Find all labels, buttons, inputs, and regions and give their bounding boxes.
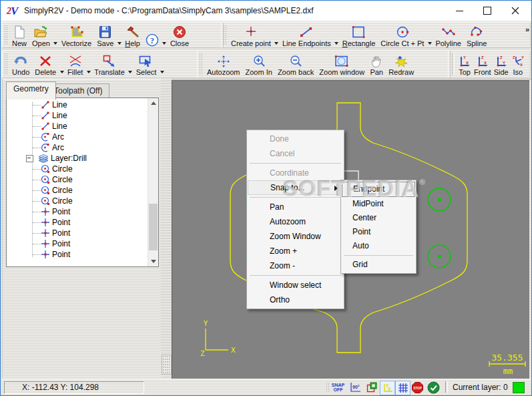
fillet-dropdown[interactable]: [85, 51, 91, 77]
zoom-back-button[interactable]: Zoom back: [275, 51, 316, 77]
polyline-button[interactable]: Polyline: [433, 23, 464, 48]
select-button[interactable]: Select: [134, 51, 160, 77]
iso-view-button[interactable]: ZYX Iso: [510, 51, 526, 77]
circle-ct-pt-button[interactable]: Circle Ct + Pt: [378, 23, 427, 48]
submenu-item-point[interactable]: Point: [342, 225, 415, 239]
axis-display-button[interactable]: YX: [380, 381, 395, 395]
close-button[interactable]: [503, 1, 528, 21]
app-window: { "window": { "title": "SimplyR2V - Demo…: [0, 0, 532, 396]
rectangle-button[interactable]: Rectangle: [340, 23, 378, 48]
settings-button[interactable]: Help: [122, 23, 143, 48]
menu-item-zoom-window[interactable]: Zoom Window: [248, 229, 343, 244]
point-icon: [41, 207, 50, 216]
side-view-icon: ZY: [495, 54, 508, 68]
circle-ct-pt-dropdown[interactable]: [427, 22, 433, 49]
submenu-item-auto[interactable]: Auto: [342, 239, 415, 253]
new-button[interactable]: New: [9, 23, 29, 48]
tab-geometry[interactable]: Geometry: [6, 81, 56, 100]
menu-item-pan[interactable]: Pan: [248, 200, 343, 214]
menu-item-autozoom[interactable]: Autozoom: [248, 214, 343, 229]
minimize-button[interactable]: [447, 1, 472, 21]
menu-item-window-select[interactable]: Window select: [248, 278, 343, 292]
open-button[interactable]: Open: [29, 23, 53, 48]
stop-button[interactable]: STOP: [411, 381, 425, 394]
delete-button[interactable]: Delete: [32, 51, 59, 77]
toolbar-gripper[interactable]: [199, 53, 203, 75]
menu-item-done: Done: [248, 132, 343, 146]
tree-item-point[interactable]: Point: [7, 249, 144, 260]
toolbar-row-2: Undo Delete Fillet Translate Select Auto…: [1, 49, 532, 79]
undo-icon: [13, 54, 29, 68]
translate-dropdown[interactable]: [127, 51, 134, 77]
tree-item-circle[interactable]: Circle: [7, 164, 144, 174]
submenu-item-grid[interactable]: Grid: [342, 258, 415, 272]
ok-button[interactable]: [427, 381, 441, 394]
collapse-toggle[interactable]: [26, 155, 33, 162]
tree-item-point[interactable]: Point: [7, 217, 144, 228]
undo-button[interactable]: Undo: [9, 51, 32, 77]
autozoom-button[interactable]: Autozoom: [204, 51, 243, 77]
angle-90-icon: 90°: [348, 381, 362, 393]
toolbar-gripper[interactable]: [4, 53, 8, 75]
scroll-up-button[interactable]: [148, 98, 158, 108]
tree-scrollbar[interactable]: [148, 98, 158, 266]
pan-button[interactable]: Pan: [367, 51, 386, 77]
open-dropdown[interactable]: [53, 22, 59, 49]
submenu-item-midpoint[interactable]: MidPoint: [342, 197, 415, 211]
menu-item-zoom-minus[interactable]: Zoom -: [248, 258, 343, 273]
zoom-in-button[interactable]: Zoom In: [243, 51, 275, 77]
menu-item-snap-to[interactable]: Snap to...: [248, 180, 343, 195]
delete-dropdown[interactable]: [59, 51, 65, 77]
scroll-thumb[interactable]: [149, 204, 158, 250]
tree-item-point[interactable]: Point: [7, 238, 144, 249]
tree-item-line[interactable]: Line: [7, 121, 144, 132]
save-button[interactable]: Save: [94, 23, 116, 48]
maximize-button[interactable]: [475, 1, 500, 21]
create-point-dropdown[interactable]: [274, 22, 280, 49]
tree-item-arc[interactable]: Arc: [7, 142, 144, 153]
panel-splitter[interactable]: [161, 79, 172, 379]
select-dropdown[interactable]: [159, 51, 165, 77]
help-button[interactable]: ?: [143, 23, 162, 48]
redraw-button[interactable]: Redraw: [386, 51, 417, 77]
copy-layers-icon: [366, 381, 378, 393]
close-tool-button[interactable]: Close: [168, 23, 192, 48]
submenu-item-endpoint[interactable]: Endpoint: [342, 182, 415, 197]
spline-button[interactable]: Spline: [464, 23, 490, 48]
toolbar-gripper[interactable]: [4, 25, 8, 45]
front-view-button[interactable]: ZX Front: [473, 51, 493, 77]
tree-item-circle[interactable]: Circle: [7, 174, 144, 185]
zoom-window-button[interactable]: Zoom window: [316, 51, 367, 77]
top-view-button[interactable]: YX Top: [457, 51, 473, 77]
toolbar-gripper[interactable]: [223, 25, 227, 45]
layer-color-swatch[interactable]: [513, 382, 525, 393]
cursor-coordinates: X: -112.43 Y: 104.298: [4, 381, 144, 394]
fillet-button[interactable]: Fillet: [65, 51, 85, 77]
scroll-down-button[interactable]: [148, 256, 158, 266]
tree-item-line[interactable]: Line: [7, 110, 144, 121]
translate-button[interactable]: Translate: [91, 51, 127, 77]
copy-entities-button[interactable]: [364, 381, 378, 394]
vectorize-button[interactable]: Vectorize: [59, 23, 94, 48]
splitter-grip[interactable]: [162, 355, 172, 375]
angle-snap-button[interactable]: 90°: [348, 381, 362, 394]
toolbar-overflow-chevron[interactable]: »: [525, 25, 529, 33]
tree-item-line[interactable]: Line: [7, 100, 144, 110]
tree-item-arc[interactable]: Arc: [7, 132, 144, 142]
submenu-item-center[interactable]: Center: [342, 211, 415, 225]
grid-toggle-button[interactable]: [395, 381, 411, 395]
create-point-button[interactable]: Create point: [228, 23, 274, 48]
axis-label-z: Z: [200, 349, 205, 358]
side-view-button[interactable]: ZY Side: [493, 51, 510, 77]
tree-item-circle[interactable]: Circle: [7, 185, 144, 196]
tree-item-circle[interactable]: Circle: [7, 196, 144, 206]
tree-item-point[interactable]: Point: [7, 228, 144, 238]
snap-toggle-button[interactable]: SNAPOFF: [331, 381, 345, 394]
menu-item-zoom-plus[interactable]: Zoom +: [248, 244, 343, 258]
help-dropdown[interactable]: [162, 22, 168, 49]
line-endpoints-dropdown[interactable]: [334, 22, 340, 49]
save-dropdown[interactable]: [116, 22, 122, 49]
line-endpoints-button[interactable]: Line Endpoints: [280, 23, 334, 48]
tree-item-point[interactable]: Point: [7, 206, 144, 217]
menu-item-ortho[interactable]: Ortho: [248, 292, 343, 307]
